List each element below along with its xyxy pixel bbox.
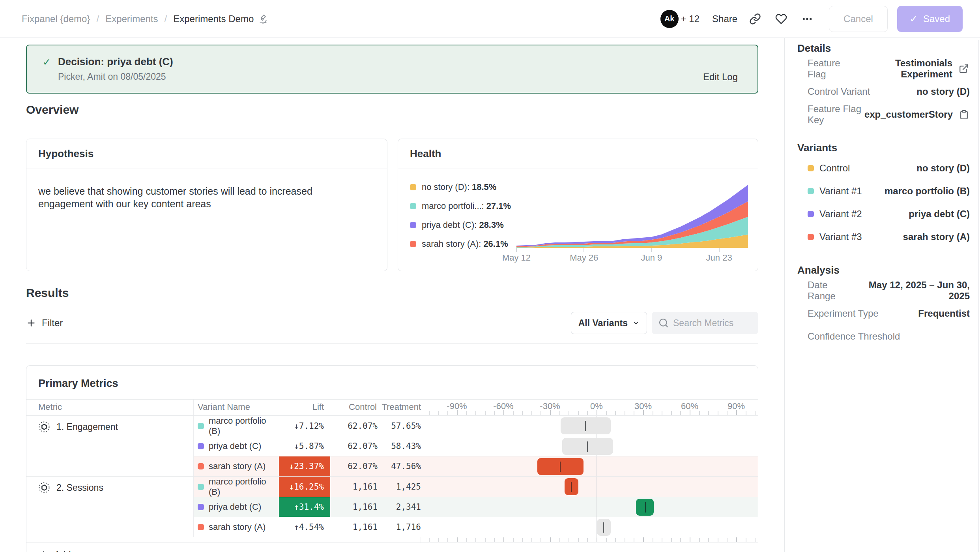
- lift-ci-cell: [421, 497, 758, 517]
- decision-meta: Picker, Amit on 08/05/2025: [58, 71, 173, 82]
- table-row[interactable]: sarah story (A) ↑4.54% 1,161 1,716: [194, 517, 758, 537]
- treatment-value: 47.56%: [378, 456, 421, 476]
- decision-check-icon: ✓: [43, 56, 51, 68]
- chart-x-label: Jun 9: [641, 253, 662, 263]
- health-card: Health no story (D): 18.5% marco portfol…: [398, 139, 758, 271]
- treatment-value: 1,716: [378, 517, 421, 537]
- lift-value: ↓7.12%: [279, 416, 330, 436]
- legend-value: 26.1%: [483, 239, 508, 249]
- breadcrumb-experiments[interactable]: Experiments: [105, 13, 158, 24]
- confidence-interval-bar: [565, 478, 578, 495]
- metric-group-engagement: 1. Engagement marco portfolio (B) ↓7.12%…: [26, 416, 758, 476]
- table-row[interactable]: marco portfolio (B) ↓7.12% 62.07% 57.65%: [194, 416, 758, 436]
- lift-marker: [571, 482, 572, 492]
- lift-marker: [585, 421, 586, 431]
- lift-value: ↑4.54%: [279, 517, 330, 537]
- lift-marker: [560, 462, 561, 472]
- chart-x-label: Jun 23: [706, 253, 732, 263]
- confidence-interval-bar: [597, 519, 611, 536]
- external-link-icon[interactable]: [958, 63, 970, 75]
- detail-row-feature-flag: Feature Flag Testimonials Experiment: [797, 57, 970, 80]
- variants-dropdown[interactable]: All Variants: [571, 312, 647, 334]
- treatment-value: 1,425: [378, 477, 421, 497]
- variant-name: marco portfolio (B): [209, 477, 279, 497]
- lift-ci-cell: [421, 436, 758, 456]
- variant-swatch: [198, 484, 204, 490]
- chart-x-label: May 12: [502, 253, 531, 263]
- metric-cell: 2. Sessions: [26, 477, 194, 537]
- edit-log-button[interactable]: Edit Log: [703, 71, 738, 83]
- add-metric-button[interactable]: Add: [38, 549, 71, 552]
- saved-button[interactable]: ✓ Saved: [897, 6, 963, 32]
- variant-row-1: Variant #1 marco portfolio (B): [797, 180, 970, 203]
- column-header-control: Control: [330, 400, 378, 415]
- axis-tick-label: 60%: [681, 401, 698, 411]
- cancel-button[interactable]: Cancel: [829, 6, 888, 32]
- filter-button[interactable]: Filter: [26, 317, 63, 329]
- copy-link-button[interactable]: [747, 11, 763, 27]
- add-metric-row: Add: [26, 543, 758, 552]
- detail-value: Testimonials Experiment: [855, 58, 952, 80]
- clipboard-icon[interactable]: [958, 109, 970, 120]
- axis-tick-label: 0%: [590, 401, 603, 411]
- axis-tick-label: 30%: [634, 401, 652, 411]
- favorite-button[interactable]: [773, 11, 789, 27]
- avatar[interactable]: Ak: [660, 10, 679, 28]
- breadcrumb-project[interactable]: Fixpanel {demo}: [22, 13, 90, 24]
- table-row[interactable]: priya debt (C) ↓5.87% 62.07% 58.43%: [194, 436, 758, 456]
- scrollbar[interactable]: [978, 40, 979, 552]
- variants-heading: Variants: [797, 141, 970, 154]
- breadcrumb-separator: /: [96, 13, 99, 24]
- axis-tick-label: -30%: [540, 401, 560, 411]
- axis-tick-label: 90%: [728, 401, 745, 411]
- table-row[interactable]: sarah story (A) ↓23.37% 62.07% 47.56%: [194, 456, 758, 476]
- confidence-interval-bar: [537, 458, 584, 475]
- analysis-row-experiment-type: Experiment Type Frequentist: [797, 302, 970, 325]
- lift-marker: [645, 502, 646, 513]
- detail-row-control-variant: Control Variant no story (D): [797, 80, 970, 103]
- hypothesis-body[interactable]: we believe that showing customer stories…: [26, 169, 374, 210]
- column-header-variant: Variant Name: [194, 400, 279, 415]
- saved-button-label: Saved: [923, 13, 950, 24]
- control-value: 1,161: [330, 517, 378, 537]
- results-heading: Results: [26, 286, 758, 300]
- confidence-interval-bar: [636, 499, 654, 516]
- variant-name: priya debt (C): [209, 502, 261, 512]
- detail-value: exp_customerStory: [864, 109, 953, 120]
- detail-value: no story (D): [916, 86, 970, 97]
- lift-ci-cell: [421, 416, 758, 436]
- metric-target-icon: [38, 482, 50, 494]
- plus-icon: [38, 550, 49, 552]
- axis-tick-label: -90%: [447, 401, 467, 411]
- avatar-overflow-count[interactable]: + 12: [681, 13, 699, 24]
- variant-label: Variant #1: [819, 186, 862, 197]
- lift-value: ↓5.87%: [279, 436, 330, 456]
- metric-group-sessions: 2. Sessions marco portfolio (B) ↓16.25% …: [26, 476, 758, 537]
- overview-heading: Overview: [26, 103, 758, 116]
- primary-metrics-card: Primary Metrics Metric Variant Name Lift…: [26, 365, 758, 552]
- decision-banner: ✓ Decision: priya debt (C) Picker, Amit …: [26, 45, 758, 94]
- metric-label: 1. Engagement: [56, 422, 118, 432]
- variants-section: Variants Control no story (D) Variant #1…: [797, 141, 970, 248]
- share-button[interactable]: Share: [712, 13, 737, 24]
- control-value: 62.07%: [330, 416, 378, 436]
- treatment-value: 2,341: [378, 497, 421, 517]
- detail-label: Feature Flag Key: [808, 103, 864, 126]
- topbar-actions: Ak + 12 Share: [660, 6, 963, 32]
- table-row[interactable]: marco portfolio (B) ↓16.25% 1,161 1,425: [194, 477, 758, 497]
- metric-target-icon: [38, 421, 50, 433]
- health-chart-svg: [516, 185, 748, 248]
- table-row[interactable]: priya debt (C) ↑31.4% 1,161 2,341: [194, 497, 758, 517]
- health-title: Health: [398, 139, 758, 169]
- metrics-search: [652, 312, 758, 334]
- column-header-lift: Lift: [279, 400, 330, 415]
- health-legend: no story (D): 18.5% marco portfoli...: 2…: [398, 169, 516, 253]
- legend-swatch: [410, 222, 416, 228]
- metric-label: 2. Sessions: [56, 483, 103, 493]
- legend-item: priya debt (C): 28.3%: [410, 216, 516, 235]
- control-value: 1,161: [330, 497, 378, 517]
- hypothesis-card: Hypothesis we believe that showing custo…: [26, 139, 387, 271]
- legend-value: 27.1%: [486, 201, 511, 211]
- variant-value: priya debt (C): [909, 208, 970, 220]
- more-menu-button[interactable]: [799, 11, 815, 27]
